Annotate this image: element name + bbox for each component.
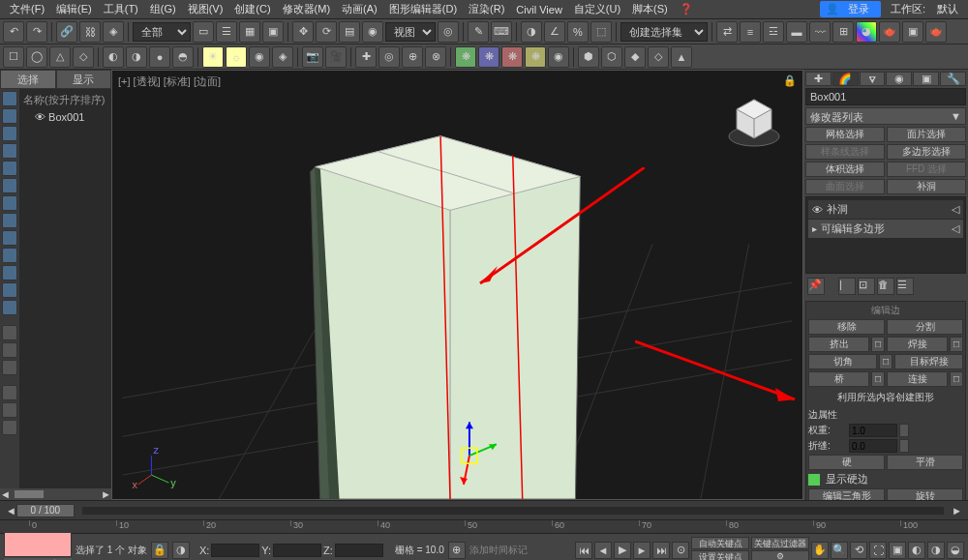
color-swatch[interactable] (4, 530, 72, 557)
crease-spinner[interactable] (899, 439, 909, 453)
filter-space-icon[interactable] (2, 178, 17, 193)
next-frame-button[interactable]: ► (633, 542, 650, 559)
time-ruler[interactable]: 0 10 20 30 40 50 60 70 80 90 100 (0, 519, 968, 533)
menu-group[interactable]: 组(G) (144, 2, 182, 16)
prev-frame-button[interactable]: ◄ (594, 542, 612, 559)
selection-filter[interactable]: 全部 (133, 22, 191, 42)
menu-help-icon[interactable]: ❓ (674, 3, 699, 15)
modifier-stack[interactable]: 👁补洞◁ ▸ 可编辑多边形◁ (805, 196, 966, 274)
tb2-sys5[interactable]: ▲ (671, 46, 692, 68)
nav-zoomext-button[interactable]: ▣ (889, 542, 906, 559)
setkey-button[interactable]: 设置关键点 (691, 550, 749, 560)
filter-cam-icon[interactable] (2, 143, 17, 159)
undo-button[interactable]: ↶ (3, 21, 24, 43)
bridge-button[interactable]: 桥 (808, 371, 869, 387)
play-button[interactable]: ▶ (614, 542, 631, 559)
workspace-value[interactable]: 默认 (931, 2, 964, 16)
config-button[interactable]: ☰ (896, 278, 914, 295)
mirror-button[interactable]: ⇄ (716, 21, 738, 43)
tb2-sys2[interactable]: ⬡ (601, 46, 622, 68)
tb2-light3[interactable]: ◉ (249, 46, 270, 68)
create-shape-label[interactable]: 利用所选内容创建图形 (808, 391, 963, 404)
weld-button[interactable]: 焊接 (887, 337, 948, 352)
tb2-helper3[interactable]: ⊕ (402, 46, 423, 68)
menu-script[interactable]: 脚本(S) (626, 2, 674, 16)
viewcube[interactable] (725, 90, 783, 148)
autokey-button[interactable]: 自动关键点 (691, 537, 749, 549)
menu-create[interactable]: 创建(C) (228, 2, 276, 16)
extrude-button[interactable]: 挤出 (808, 337, 869, 352)
menu-civil[interactable]: Civil View (510, 4, 567, 15)
named-selset[interactable]: 创建选择集 (620, 22, 708, 42)
connect-settings[interactable]: □ (950, 371, 963, 387)
filter-light-icon[interactable] (2, 126, 17, 141)
tb2-sys4[interactable]: ◇ (648, 46, 669, 68)
menu-custom[interactable]: 自定义(U) (568, 2, 626, 16)
sel-mesh-button[interactable]: 网格选择 (805, 127, 885, 142)
menu-render[interactable]: 渲染(R) (463, 2, 510, 16)
viewport-lock-icon[interactable]: 🔒 (783, 74, 797, 87)
timeconfig-button[interactable]: ⚙ (751, 550, 809, 560)
tb2-2[interactable]: ◯ (26, 46, 47, 68)
spinner-snap-button[interactable]: ⬚ (590, 21, 612, 43)
window-cross-button[interactable]: ▣ (262, 21, 284, 43)
key-mode-button[interactable]: ⊙ (672, 542, 689, 559)
render-button[interactable]: 🫖 (925, 21, 947, 43)
nav-pan-button[interactable]: ✋ (811, 542, 829, 559)
weight-spinner[interactable] (899, 424, 909, 437)
refcoord-dropdown[interactable]: 视图 (385, 22, 436, 42)
tb2-helper1[interactable]: ✚ (355, 46, 377, 68)
nav-max-button[interactable]: ⛶ (869, 542, 887, 559)
tb2-6[interactable]: ◑ (126, 46, 147, 68)
tb2-5[interactable]: ◐ (103, 46, 124, 68)
stack-item-epoly[interactable]: ▸ 可编辑多边形◁ (808, 220, 963, 238)
filter-extra1-icon[interactable] (2, 248, 17, 263)
sel-cap-button[interactable]: 补洞 (887, 179, 966, 194)
x-input[interactable] (211, 544, 259, 557)
tab-create[interactable]: ✚ (805, 72, 832, 86)
filter-group-icon[interactable] (2, 195, 17, 211)
goto-start-button[interactable]: ⏮ (575, 542, 592, 559)
menu-tools[interactable]: 工具(T) (98, 2, 144, 16)
tab-display[interactable]: ▣ (913, 72, 939, 86)
filter-extra3-icon[interactable] (2, 282, 17, 298)
tab-motion[interactable]: ◉ (886, 72, 912, 86)
tb2-4[interactable]: ◇ (73, 46, 94, 68)
scene-tab-display[interactable]: 显示 (56, 70, 112, 89)
extrude-settings[interactable]: □ (871, 337, 885, 352)
tb2-light2[interactable]: ☼ (226, 46, 247, 68)
scene-sort-btn1[interactable] (2, 385, 17, 400)
object-name-field[interactable]: Box001 (805, 88, 966, 105)
tb2-part5[interactable]: ◉ (548, 46, 569, 68)
tab-hierarchy[interactable]: ⛛ (860, 72, 886, 86)
redo-button[interactable]: ↷ (26, 21, 47, 43)
addtime-button[interactable]: ⊕ (448, 542, 466, 559)
select-button[interactable]: ▭ (193, 21, 214, 43)
tb2-7[interactable]: ● (149, 46, 170, 68)
weight-input[interactable] (849, 424, 897, 437)
tb2-1[interactable]: ☐ (3, 46, 24, 68)
nav-fov-button[interactable]: ◐ (908, 542, 925, 559)
tab-utility[interactable]: 🔧 (940, 72, 966, 86)
nav-extra2-button[interactable]: ◒ (947, 542, 964, 559)
select-name-button[interactable]: ☰ (216, 21, 237, 43)
scene-display-btn2[interactable] (2, 342, 17, 358)
scene-display-btn1[interactable] (2, 325, 17, 340)
rotate-button[interactable]: ⟳ (316, 21, 337, 43)
stack-item-cap[interactable]: 👁补洞◁ (808, 200, 963, 219)
material-button[interactable]: ◕ (856, 21, 877, 43)
nav-extra1-button[interactable]: ◑ (927, 542, 945, 559)
layer-button[interactable]: ☲ (763, 21, 784, 43)
menu-view[interactable]: 视图(V) (182, 2, 229, 16)
edit-tri-button[interactable]: 编辑三角形 (808, 488, 885, 500)
sel-spline-button[interactable]: 样条线选择 (805, 144, 885, 160)
z-input[interactable] (335, 544, 383, 557)
smooth-button[interactable]: 平滑 (887, 455, 963, 470)
tb2-part3[interactable]: ❋ (501, 46, 523, 68)
filter-helper-icon[interactable] (2, 161, 17, 176)
tb2-3[interactable]: △ (49, 46, 71, 68)
y-input[interactable] (273, 544, 321, 557)
menu-anim[interactable]: 动画(A) (336, 2, 383, 16)
weld-settings[interactable]: □ (950, 337, 963, 352)
goto-end-button[interactable]: ⏭ (652, 542, 670, 559)
